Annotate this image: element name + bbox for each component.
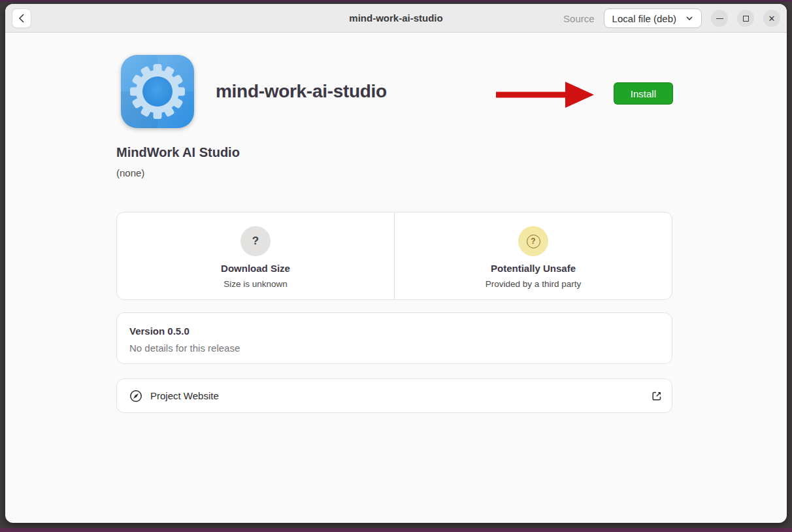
close-icon: ✕ <box>768 14 776 23</box>
source-dropdown-value: Local file (deb) <box>612 13 676 24</box>
back-button[interactable] <box>12 8 31 28</box>
app-detail-page: mind-work-ai-studio Install MindWork AI … <box>5 33 787 523</box>
question-mark-icon: ? <box>240 226 271 256</box>
app-window: mind-work-ai-studio Source Local file (d… <box>5 4 787 523</box>
unsafe-question-icon: ? <box>518 226 548 256</box>
blue-gear-icon <box>121 55 194 128</box>
tile-title: Potentially Unsafe <box>491 263 576 274</box>
maximize-button[interactable] <box>737 10 754 27</box>
version-card: Version 0.5.0 No details for this releas… <box>116 312 672 364</box>
tile-subtitle: Provided by a third party <box>486 279 581 289</box>
website-label: Project Website <box>150 390 219 401</box>
version-title: Version 0.5.0 <box>129 325 659 337</box>
context-tiles: ? Download Size Size is unknown ? Potent… <box>116 212 672 300</box>
source-dropdown[interactable]: Local file (deb) <box>604 8 702 28</box>
chevron-left-icon <box>18 13 25 24</box>
download-size-tile: ? Download Size Size is unknown <box>117 212 394 299</box>
maximize-icon <box>743 16 749 22</box>
titlebar-right-cluster: Source Local file (deb) ✕ <box>563 4 780 33</box>
install-button[interactable]: Install <box>614 82 673 105</box>
chevron-down-icon <box>685 16 693 21</box>
license-text: (none) <box>116 167 144 178</box>
developer-name: MindWork AI Studio <box>116 145 240 160</box>
close-button[interactable]: ✕ <box>763 10 780 27</box>
app-icon <box>121 55 194 128</box>
tile-title: Download Size <box>221 263 290 274</box>
circled-question-glyph: ? <box>527 235 540 248</box>
desktop-backdrop-top <box>0 0 792 2</box>
potentially-unsafe-tile: ? Potentially Unsafe Provided by a third… <box>395 212 672 299</box>
version-subtitle: No details for this release <box>129 342 659 354</box>
app-title: mind-work-ai-studio <box>216 81 387 102</box>
titlebar: mind-work-ai-studio Source Local file (d… <box>5 4 787 33</box>
minimize-button[interactable] <box>711 10 728 27</box>
desktop-backdrop-bottom <box>0 528 792 532</box>
compass-icon <box>129 390 142 403</box>
source-label: Source <box>563 13 595 24</box>
red-arrow-annotation-icon <box>492 82 597 108</box>
external-link-icon <box>651 390 663 402</box>
minimize-icon <box>716 18 723 19</box>
question-glyph: ? <box>252 235 259 248</box>
project-website-row[interactable]: Project Website <box>116 378 672 413</box>
tile-subtitle: Size is unknown <box>223 279 288 289</box>
